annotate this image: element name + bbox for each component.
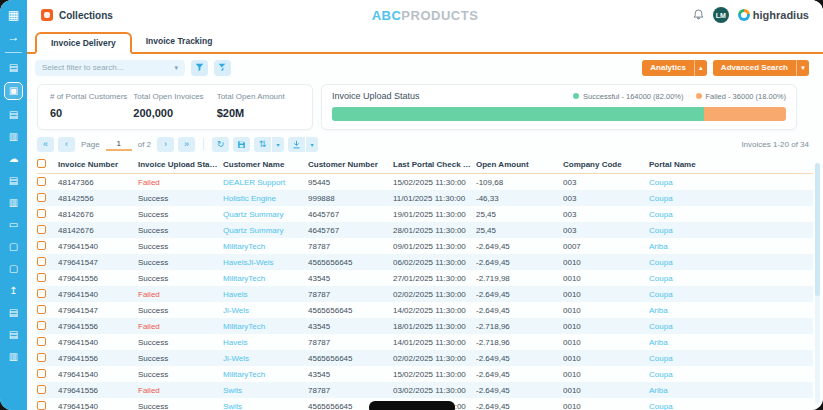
last-page-button[interactable]: » <box>178 137 195 152</box>
analytics-button[interactable]: Analytics <box>642 60 694 76</box>
card-panel-icon[interactable]: ▭ <box>6 217 22 232</box>
table-scrollbar-thumb[interactable] <box>815 163 820 296</box>
table-row[interactable]: 479641540 Success MilitaryTech 78787 09/… <box>37 238 813 254</box>
row-checkbox[interactable] <box>37 193 46 202</box>
table-row[interactable]: 479641540 Success MilitaryTech 43545 15/… <box>37 366 813 382</box>
worklist-icon[interactable]: ▤ <box>6 60 22 75</box>
first-page-button[interactable]: « <box>37 137 54 152</box>
table-row[interactable]: 479641556 Success Ji-Wels 4565656645 02/… <box>37 350 813 366</box>
cell-customer-name-link[interactable]: Ji-Wels <box>223 354 308 363</box>
cell-customer-name-link[interactable]: MilitaryTech <box>223 242 308 251</box>
advanced-search-button[interactable]: Advanced Search <box>713 60 796 76</box>
clear-filter-button[interactable] <box>214 60 231 76</box>
sort-button[interactable]: ⇅ <box>254 137 271 152</box>
portal-briefcase-icon[interactable]: ▣ <box>4 82 23 100</box>
monitor-icon[interactable]: ▢ <box>6 239 22 254</box>
cell-customer-name-link[interactable]: Quartz Summary <box>223 226 308 235</box>
clipboard-icon[interactable]: ▥ <box>6 349 22 364</box>
row-checkbox[interactable] <box>37 401 46 410</box>
cell-customer-name-link[interactable]: Quartz Summary <box>223 210 308 219</box>
cell-portal-name-link[interactable]: Ariba <box>649 306 813 315</box>
cell-customer-name-link[interactable]: MilitaryTech <box>223 274 308 283</box>
document-icon[interactable]: ▤ <box>6 173 22 188</box>
sort-caret-down-icon[interactable]: ▾ <box>272 137 284 152</box>
cell-customer-name-link[interactable]: Havels <box>223 338 308 347</box>
cell-portal-name-link[interactable]: Coupa <box>649 274 813 283</box>
next-page-button[interactable]: › <box>157 137 174 152</box>
report-icon[interactable]: ▥ <box>6 129 22 144</box>
cell-portal-name-link[interactable]: Coupa <box>649 402 813 410</box>
cell-customer-name-link[interactable]: Holistic Engine <box>223 194 308 203</box>
row-checkbox[interactable] <box>37 385 46 394</box>
table-row[interactable]: 48147366 Failed DEALER Support 95445 15/… <box>37 174 813 190</box>
row-checkbox[interactable] <box>37 289 46 298</box>
cell-portal-name-link[interactable]: Coupa <box>649 194 813 203</box>
save-layout-button[interactable] <box>233 137 250 152</box>
row-checkbox[interactable] <box>37 257 46 266</box>
table-row[interactable]: 479641556 Failed MilitaryTech 43545 18/0… <box>37 318 813 334</box>
row-checkbox[interactable] <box>37 321 46 330</box>
cell-portal-name-link[interactable]: Coupa <box>649 226 813 235</box>
table-row[interactable]: 479641547 Success HavelsJi-Wels 45656566… <box>37 254 813 270</box>
table-row[interactable]: 479641540 Failed Havels 78787 02/02/2025… <box>37 286 813 302</box>
row-checkbox[interactable] <box>37 337 46 346</box>
page-number-input[interactable] <box>106 138 132 151</box>
row-checkbox[interactable] <box>37 353 46 362</box>
id-badge-icon[interactable]: ▤ <box>6 327 22 342</box>
advanced-search-caret-down-icon[interactable]: ▾ <box>796 60 809 76</box>
table-row[interactable]: 479641556 Failed Swits 78787 03/02/2025 … <box>37 382 813 398</box>
notes-icon[interactable]: ▥ <box>6 195 22 210</box>
row-checkbox[interactable] <box>37 209 46 218</box>
cloud-sync-icon[interactable]: ☁ <box>6 151 22 166</box>
table-row[interactable]: 48142556 Success Holistic Engine 999888 … <box>37 190 813 206</box>
expand-sidebar-icon[interactable]: → <box>6 30 22 45</box>
row-checkbox[interactable] <box>37 273 46 282</box>
row-checkbox[interactable] <box>37 225 46 234</box>
tab-invoice-delivery[interactable]: Invoice Delivery <box>35 32 132 54</box>
cell-portal-name-link[interactable]: Coupa <box>649 354 813 363</box>
cell-portal-name-link[interactable]: Coupa <box>649 322 813 331</box>
table-row[interactable]: 48142676 Success Quartz Summary 4645767 … <box>37 206 813 222</box>
cell-portal-name-link[interactable]: Coupa <box>649 290 813 299</box>
apps-grid-icon[interactable]: ▦ <box>6 8 22 23</box>
download-button[interactable] <box>288 137 305 152</box>
cell-customer-name-link[interactable]: MilitaryTech <box>223 370 308 379</box>
cell-customer-name-link[interactable]: Ji-Wels <box>223 306 308 315</box>
cell-customer-name-link[interactable]: Swits <box>223 386 308 395</box>
apply-filter-button[interactable] <box>191 60 208 76</box>
filter-select-dropdown[interactable]: Select filter to search... ▾ <box>35 60 185 76</box>
cell-portal-name-link[interactable]: Ariba <box>649 338 813 347</box>
row-checkbox[interactable] <box>37 241 46 250</box>
row-checkbox[interactable] <box>37 369 46 378</box>
cell-portal-name-link[interactable]: Coupa <box>649 370 813 379</box>
cell-customer-name-link[interactable]: DEALER Support <box>223 178 308 187</box>
cell-portal-name-link[interactable]: Ariba <box>649 242 813 251</box>
notifications-bell-icon[interactable] <box>693 9 704 21</box>
upload-icon[interactable]: ↥ <box>6 283 22 298</box>
cell-customer-name-link[interactable]: HavelsJi-Wels <box>223 258 308 267</box>
cell-customer-name-link[interactable]: MilitaryTech <box>223 322 308 331</box>
row-checkbox[interactable] <box>37 177 46 186</box>
cell-portal-name-link[interactable]: Coupa <box>649 258 813 267</box>
table-row[interactable]: 479641556 Success MilitaryTech 43545 27/… <box>37 270 813 286</box>
tab-invoice-tracking[interactable]: Invoice Tracking <box>132 30 227 52</box>
row-checkbox[interactable] <box>37 305 46 314</box>
table-row[interactable]: 479641540 Success Havels 78787 14/01/202… <box>37 334 813 350</box>
cell-customer-name-link[interactable]: Havels <box>223 290 308 299</box>
user-avatar[interactable]: LM <box>713 7 729 23</box>
invoice-list-icon[interactable]: ▤ <box>6 107 22 122</box>
table-row[interactable]: 479641547 Success Ji-Wels 4565656645 14/… <box>37 302 813 318</box>
desktop-icon[interactable]: ▢ <box>6 261 22 276</box>
table-scrollbar[interactable] <box>815 163 820 404</box>
select-all-checkbox[interactable] <box>37 159 46 168</box>
cell-customer-name-link[interactable]: Swits <box>223 402 308 410</box>
cell-portal-name-link[interactable]: Coupa <box>649 210 813 219</box>
cell-portal-name-link[interactable]: Coupa <box>649 178 813 187</box>
analytics-caret-up-icon[interactable]: ▴ <box>694 60 707 76</box>
refresh-button[interactable]: ↻ <box>212 137 229 152</box>
download-caret-down-icon[interactable]: ▾ <box>306 137 318 152</box>
cell-portal-name-link[interactable]: Ariba <box>649 386 813 395</box>
file-report-icon[interactable]: ▤ <box>6 305 22 320</box>
table-row[interactable]: 48142676 Success Quartz Summary 4645767 … <box>37 222 813 238</box>
previous-page-button[interactable]: ‹ <box>58 137 75 152</box>
